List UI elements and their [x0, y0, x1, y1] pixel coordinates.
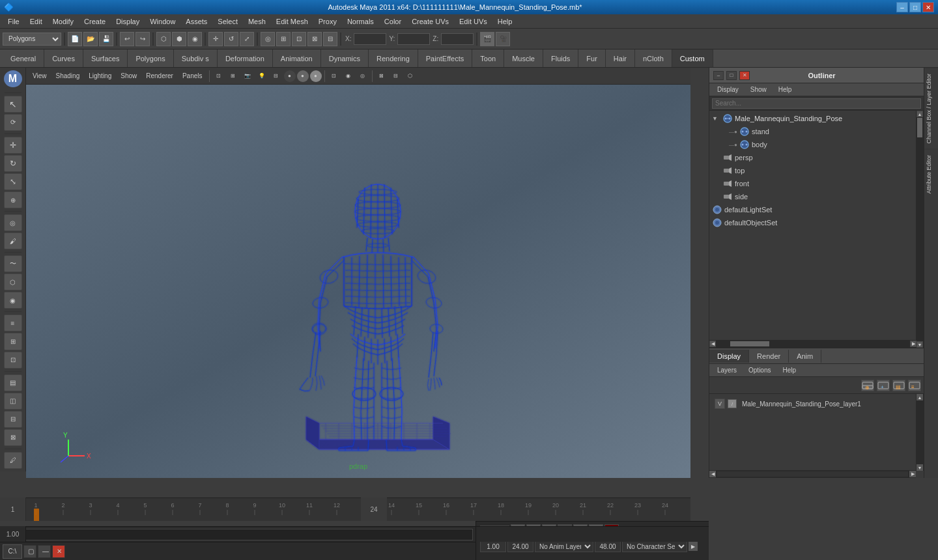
- minimize-button[interactable]: –: [896, 2, 908, 12]
- component-editor-btn[interactable]: ⊟: [4, 411, 22, 428]
- ipr-btn[interactable]: 🎥: [496, 32, 510, 46]
- node-editor-btn[interactable]: ⊠: [4, 429, 22, 446]
- menu-color[interactable]: Color: [379, 14, 406, 28]
- menu-window[interactable]: Window: [145, 14, 180, 28]
- outliner-hscrollbar[interactable]: ◀ ▶: [709, 340, 917, 348]
- select-tool-btn[interactable]: ↖: [4, 96, 22, 113]
- tree-item-body[interactable]: —● body: [709, 138, 924, 151]
- lasso-tool-btn[interactable]: ⟳: [4, 114, 22, 131]
- menu-edit-uvs[interactable]: Edit UVs: [454, 14, 492, 28]
- layer-hscroll-right[interactable]: ▶: [909, 471, 916, 477]
- tab-fluids[interactable]: Fluids: [543, 49, 578, 67]
- vt-light-btn[interactable]: 💡: [255, 70, 268, 83]
- hscroll-thumb[interactable]: [730, 341, 769, 346]
- lasso-btn[interactable]: ⬢: [172, 32, 186, 46]
- snap-curve-btn[interactable]: ⊡: [292, 32, 306, 46]
- outliner-help-menu[interactable]: Help: [773, 85, 797, 94]
- tab-surfaces[interactable]: Surfaces: [83, 49, 128, 67]
- move-tool-btn[interactable]: ✛: [4, 137, 22, 154]
- y-field[interactable]: [397, 33, 430, 45]
- vt-select-btn[interactable]: ⊡: [212, 70, 225, 83]
- layer-hscroll-left[interactable]: ◀: [709, 471, 716, 477]
- layer-create-empty-btn[interactable]: +: [877, 380, 890, 391]
- tab-deformation[interactable]: Deformation: [218, 49, 273, 67]
- channel-box-tab[interactable]: Channel Box / Layer Editor: [924, 68, 938, 149]
- tab-custom[interactable]: Custom: [672, 49, 713, 67]
- tab-fur[interactable]: Fur: [578, 49, 606, 67]
- tree-item-object-set[interactable]: defaultObjectSet: [709, 216, 924, 229]
- create-layer-btn[interactable]: ⊕: [861, 380, 874, 391]
- tab-general[interactable]: General: [3, 49, 44, 67]
- save-btn[interactable]: 💾: [99, 32, 113, 46]
- anim-tab[interactable]: Anim: [789, 350, 821, 363]
- vt-region-btn[interactable]: ⊟: [390, 70, 403, 83]
- paint-sel-btn[interactable]: ◉: [4, 292, 22, 309]
- vt-iso-view-btn[interactable]: ⊠: [375, 70, 388, 83]
- menu-create-uvs[interactable]: Create UVs: [406, 14, 454, 28]
- tab-subdivs[interactable]: Subdiv s: [174, 49, 218, 67]
- taskbar-app-icon[interactable]: C:\: [3, 544, 22, 559]
- layer-visibility-btn[interactable]: V: [715, 399, 725, 409]
- rotate-tool-btn[interactable]: ↻: [4, 155, 22, 172]
- taskbar-restore-btn[interactable]: ▢: [23, 545, 36, 558]
- mode-dropdown[interactable]: Polygons: [3, 33, 61, 46]
- scroll-thumb[interactable]: [917, 118, 922, 137]
- layer-display-btn[interactable]: ≡: [4, 315, 22, 331]
- menu-modify[interactable]: Modify: [48, 14, 79, 28]
- tab-ncloth[interactable]: nCloth: [635, 49, 672, 67]
- vt-select-region-btn[interactable]: ⬡: [404, 70, 417, 83]
- vt-shade1-btn[interactable]: ●: [284, 70, 296, 82]
- menu-edit[interactable]: Edit: [25, 14, 48, 28]
- scale-tool-btn[interactable]: ⤡: [4, 173, 22, 190]
- vt-bone-btn[interactable]: ⊟: [270, 70, 283, 83]
- vt-grid-btn[interactable]: ⊞: [227, 70, 240, 83]
- vt-smooth-btn[interactable]: ◉: [342, 70, 355, 83]
- layer-vscrollbar[interactable]: ▲ ▼: [916, 394, 924, 471]
- menu-select[interactable]: Select: [212, 14, 243, 28]
- paint-skin-btn[interactable]: 🖊: [4, 452, 22, 469]
- taskbar-min-btn[interactable]: —: [38, 545, 51, 558]
- viewport-3d-scene[interactable]: X Y pdrap: [26, 85, 690, 478]
- paint-btn[interactable]: ◉: [188, 32, 202, 46]
- layer-hscrollbar[interactable]: ◀ ▶: [709, 470, 916, 478]
- vt-shade2-btn[interactable]: ●: [297, 70, 309, 82]
- taskbar-close-btn[interactable]: ✕: [52, 545, 65, 558]
- character-set-dropdown[interactable]: No Character Set: [622, 540, 687, 552]
- lighting-menu[interactable]: Lighting: [85, 71, 115, 81]
- renderer-menu[interactable]: Renderer: [142, 71, 177, 81]
- hypergraph-btn[interactable]: ◫: [4, 393, 22, 410]
- tab-animation[interactable]: Animation: [273, 49, 321, 67]
- display-tab[interactable]: Display: [709, 350, 749, 363]
- layer-extra-btn[interactable]: ≡: [908, 380, 921, 391]
- range-end-field[interactable]: [507, 540, 533, 552]
- vt-camera-btn[interactable]: 📷: [241, 70, 254, 83]
- vt-xray-btn[interactable]: ◎: [356, 70, 369, 83]
- tree-item-light-set[interactable]: defaultLightSet: [709, 203, 924, 216]
- menu-mesh[interactable]: Mesh: [243, 14, 271, 28]
- outliner-vscrollbar[interactable]: ▲ ▼: [916, 111, 924, 348]
- layer-vscroll-down[interactable]: ▼: [917, 464, 923, 471]
- layer-vscroll-up[interactable]: ▲: [917, 394, 923, 400]
- menu-proxy[interactable]: Proxy: [313, 14, 342, 28]
- move-btn[interactable]: ✛: [208, 32, 223, 46]
- redo-btn[interactable]: ↪: [135, 32, 150, 46]
- soft-select-btn[interactable]: ◎: [261, 32, 275, 46]
- tab-paint-effects[interactable]: PaintEffects: [418, 49, 473, 67]
- range-start-field[interactable]: [480, 540, 506, 552]
- viewport[interactable]: X Y pdrap: [26, 68, 690, 478]
- layers-menu[interactable]: Layers: [712, 365, 742, 375]
- show-manip-btn[interactable]: ⊡: [4, 352, 22, 369]
- universal-tool-btn[interactable]: ⊕: [4, 191, 22, 208]
- maximize-button[interactable]: □: [909, 2, 921, 12]
- tree-item-front[interactable]: front: [709, 177, 924, 190]
- scroll-down-btn[interactable]: ▼: [917, 341, 923, 348]
- view-menu[interactable]: View: [29, 71, 51, 81]
- menu-assets[interactable]: Assets: [180, 14, 212, 28]
- outliner-show-menu[interactable]: Show: [745, 85, 772, 94]
- polygon-tool-btn[interactable]: ⬡: [4, 273, 22, 290]
- layer-select-btn[interactable]: ▤: [892, 380, 905, 391]
- tab-toon[interactable]: Toon: [472, 49, 504, 67]
- rotate-btn[interactable]: ↺: [224, 32, 238, 46]
- scale-btn[interactable]: ⤢: [240, 32, 254, 46]
- shading-menu[interactable]: Shading: [52, 71, 84, 81]
